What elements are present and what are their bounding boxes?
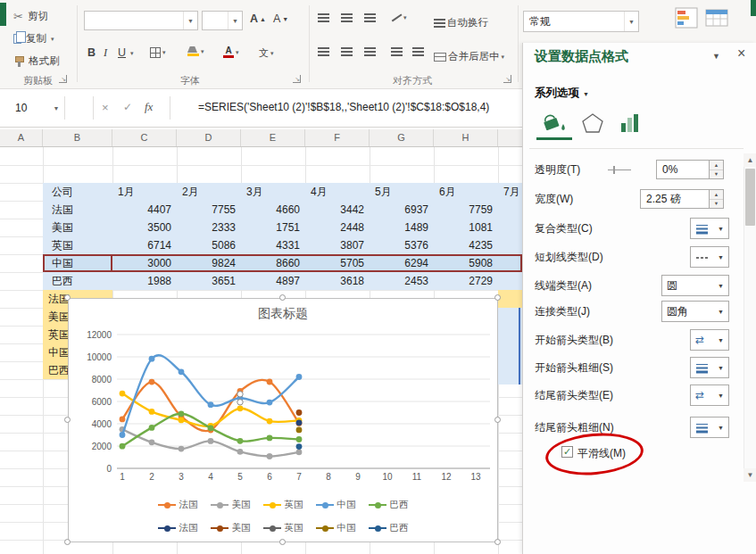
cell-value[interactable]: 1489 xyxy=(370,219,434,236)
cell-series-name[interactable]: 法国 xyxy=(43,201,112,219)
cell-value[interactable]: 5705 xyxy=(305,254,370,272)
bottom-align-button[interactable] xyxy=(364,12,376,22)
scrollbar-thumb[interactable] xyxy=(745,169,755,226)
cell-value[interactable]: 4331 xyxy=(241,236,305,254)
chart-resize-handle[interactable] xyxy=(64,417,71,423)
font-dialog-launcher[interactable] xyxy=(293,75,301,83)
cell-value[interactable]: 6714 xyxy=(112,236,177,254)
increase-font-button[interactable]: A▲ xyxy=(250,12,266,25)
cell-value[interactable]: 4660 xyxy=(241,201,305,219)
spinner-buttons[interactable]: ▲▼ xyxy=(710,160,724,179)
column-header-C[interactable]: C xyxy=(112,129,177,146)
alignment-dialog-launcher[interactable] xyxy=(503,75,511,83)
cell-value[interactable]: 2453 xyxy=(370,272,434,290)
cell-value[interactable]: 4897 xyxy=(241,272,305,290)
cell-month-header[interactable]: 3月 xyxy=(241,183,305,201)
cancel-button[interactable]: × xyxy=(102,101,109,114)
legend-item-巴西[interactable]: 巴西 xyxy=(369,522,409,534)
column-header-H[interactable]: H xyxy=(434,129,498,146)
dropdown-arrows-button[interactable]: ⇄▼ xyxy=(690,329,729,351)
phonetic-guide-button[interactable]: 文▾ xyxy=(259,46,274,60)
smooth-line-checkbox[interactable]: ✓ xyxy=(561,446,573,458)
cell-value[interactable]: 3442 xyxy=(305,201,370,219)
cell-value[interactable]: 1081 xyxy=(434,219,498,236)
cell-series-name[interactable]: 英国 xyxy=(43,236,112,254)
fill-color-button[interactable]: ▾ xyxy=(187,46,204,56)
decrease-font-button[interactable]: A▼ xyxy=(273,12,288,25)
cell-value[interactable]: 6937 xyxy=(370,201,434,219)
transparency-slider[interactable] xyxy=(608,170,631,170)
font-name-combo[interactable]: ▼ xyxy=(84,11,198,30)
orientation-button[interactable]: ▾ xyxy=(391,12,407,23)
cell-value[interactable]: 2729 xyxy=(434,272,498,290)
cell-value[interactable]: 9824 xyxy=(177,254,241,272)
cell-value[interactable]: 5908 xyxy=(434,254,498,272)
close-icon[interactable]: × xyxy=(737,45,745,62)
cell-value[interactable]: 2448 xyxy=(305,219,370,236)
align-right-button[interactable] xyxy=(364,46,376,56)
chart-resize-handle[interactable] xyxy=(279,539,286,545)
chart-resize-handle[interactable] xyxy=(494,294,501,301)
cell-value[interactable]: 5376 xyxy=(370,236,434,254)
cell-value[interactable]: 8660 xyxy=(241,254,305,272)
clipboard-dialog-launcher[interactable] xyxy=(59,75,67,83)
chart-resize-handle[interactable] xyxy=(279,294,286,301)
spinner-buttons[interactable]: ▲▼ xyxy=(710,189,724,209)
cell-value[interactable]: 3618 xyxy=(305,272,370,290)
format-as-table-button[interactable] xyxy=(705,7,728,37)
wrap-text-button[interactable]: 自动换行 xyxy=(434,16,488,29)
legend-item-法国[interactable]: 法国 xyxy=(158,522,198,534)
column-header-E[interactable]: E xyxy=(241,129,305,146)
spin-up-icon[interactable]: ▲ xyxy=(710,190,723,199)
legend-item-中国[interactable]: 中国 xyxy=(316,499,356,511)
dropdown-arrows-button[interactable]: ⇄▼ xyxy=(690,384,729,406)
column-header-B[interactable]: B xyxy=(43,129,112,146)
dropdown-lines-button[interactable]: ▼ xyxy=(690,218,729,239)
dropdown-lines-button[interactable]: ▼ xyxy=(690,417,729,438)
cell-value[interactable]: 2333 xyxy=(177,219,241,236)
value-input[interactable]: 2.25 磅 xyxy=(640,189,710,209)
underline-button[interactable]: U xyxy=(118,46,126,59)
legend-item-美国[interactable]: 美国 xyxy=(211,499,251,511)
chart-resize-handle[interactable] xyxy=(64,294,71,301)
cell-value[interactable]: 7759 xyxy=(434,201,498,219)
paste-button-fragment[interactable] xyxy=(0,3,6,26)
series-options-tab[interactable] xyxy=(619,112,642,136)
column-header-D[interactable]: D xyxy=(177,129,241,146)
effects-tab[interactable] xyxy=(581,112,604,136)
cell-month-header[interactable]: 1月 xyxy=(112,183,177,201)
formula-input[interactable]: =SERIES('Sheet10 (2)'!$B$18,,'Sheet10 (2… xyxy=(198,101,489,113)
chart-legend-row-2[interactable]: 法国美国英国中国巴西 xyxy=(69,522,497,534)
pane-options-chevron-icon[interactable]: ▼ xyxy=(712,52,720,61)
align-left-button[interactable] xyxy=(318,46,329,56)
cell-series-name-selected[interactable]: 中国 xyxy=(43,254,112,272)
spin-down-icon[interactable]: ▼ xyxy=(710,199,723,209)
legend-item-英国[interactable]: 英国 xyxy=(263,522,303,534)
cell-value[interactable]: 4235 xyxy=(434,236,498,254)
value-input[interactable]: 0% xyxy=(656,160,710,179)
cell-value[interactable]: 4407 xyxy=(112,201,177,219)
scroll-up-button[interactable]: ▲ xyxy=(744,153,756,167)
conditional-formatting-button[interactable] xyxy=(675,7,698,37)
font-color-button[interactable]: A▾ xyxy=(223,46,239,58)
column-header-G[interactable]: G xyxy=(370,129,434,146)
cell-value[interactable]: 3500 xyxy=(112,219,177,236)
insert-function-button[interactable]: fx xyxy=(145,100,153,114)
increase-indent-button[interactable] xyxy=(412,46,424,56)
legend-item-美国[interactable]: 美国 xyxy=(211,522,251,534)
number-format-combo[interactable]: 常规▼ xyxy=(523,11,639,32)
name-box[interactable]: 10▼ xyxy=(0,96,64,120)
copy-button[interactable]: 复制▾ xyxy=(13,32,54,45)
cell-value[interactable]: 1988 xyxy=(112,272,177,290)
font-size-combo[interactable]: ▼ xyxy=(202,11,243,30)
cell-month-header[interactable]: 7月 xyxy=(498,183,522,201)
italic-button[interactable]: I xyxy=(104,46,107,60)
fill-line-tab[interactable] xyxy=(538,111,569,138)
cell-value[interactable]: 3807 xyxy=(305,236,370,254)
underline-options[interactable]: ▾ xyxy=(130,50,134,57)
cell-month-header[interactable]: 4月 xyxy=(305,183,370,201)
cell-series-name[interactable]: 美国 xyxy=(43,219,112,236)
scroll-down-button[interactable]: ▼ xyxy=(744,468,756,482)
chart-title[interactable]: 图表标题 xyxy=(69,306,497,322)
align-center-button[interactable] xyxy=(341,46,353,56)
